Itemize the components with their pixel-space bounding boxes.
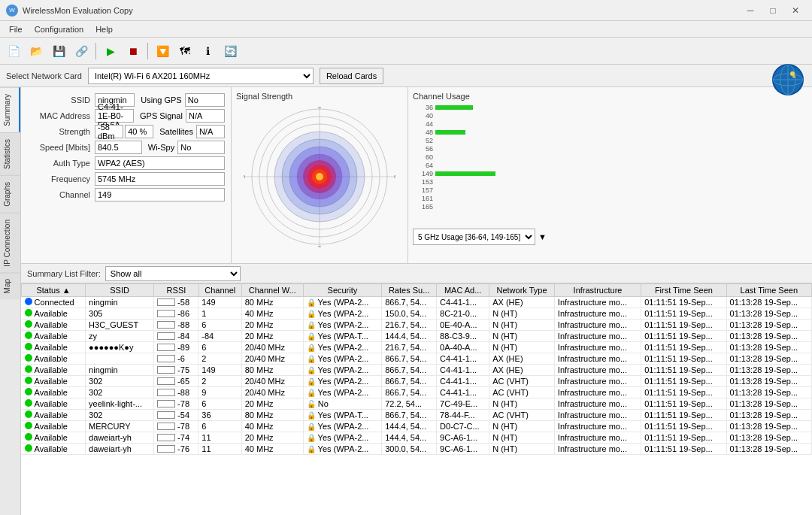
reload-cards-button[interactable]: Reload Cards <box>320 68 383 84</box>
table-row[interactable]: AvailableMERCURY-78640 MHz🔒 Yes (WPA-2..… <box>22 421 812 432</box>
cell-status: Available <box>22 421 86 432</box>
close-button[interactable]: ✕ <box>785 3 806 18</box>
channel-bar-row: 52 <box>413 137 807 144</box>
col-first-seen[interactable]: First Time Seen <box>641 284 726 297</box>
cell-rates: 866.7, 54... <box>382 353 437 365</box>
table-row[interactable]: AvailableH3C_GUEST-88620 MHz🔒 Yes (WPA-2… <box>22 320 812 331</box>
wispy-label: Wi-Spy <box>148 143 174 152</box>
status-dot <box>25 298 32 305</box>
cell-network-type: AX (HE) <box>489 365 555 376</box>
cell-first-seen: 01:11:51 19-Sep... <box>641 342 726 353</box>
sidebar-tab-map[interactable]: Map <box>0 272 20 299</box>
cell-ssid: ningmin <box>86 297 154 308</box>
cell-security: 🔒 Yes (WPA-2... <box>303 421 381 432</box>
col-network-type[interactable]: Network Type <box>489 284 555 297</box>
title-bar: W WirelessMon Evaluation Copy ─ □ ✕ <box>0 0 812 21</box>
cell-network-type: N (HT) <box>489 308 555 320</box>
table-row[interactable]: Available302-88920/40 MHz🔒 Yes (WPA-2...… <box>22 387 812 398</box>
table-row[interactable]: Availablezy-84-8420 MHz🔒 Yes (WPA-T...14… <box>22 331 812 342</box>
channel-bar-container <box>435 162 807 168</box>
filter-row: Summary List Filter: Show all <box>21 264 812 283</box>
cell-channel: 11 <box>198 432 241 444</box>
sidebar-tab-graphs[interactable]: Graphs <box>0 175 20 213</box>
channel-label: 165 <box>413 203 435 211</box>
cell-network-type: N (HT) <box>489 421 555 432</box>
col-ssid[interactable]: SSID <box>86 284 154 297</box>
cell-rssi: -75 <box>154 365 198 375</box>
cell-last-seen: 01:13:28 19-Sep... <box>726 320 811 331</box>
sidebar-tab-summary[interactable]: Summary <box>0 87 20 132</box>
info-panel: SSID ningmin Using GPS No MAC Address C4… <box>21 87 812 264</box>
channel-bar-row: 44 <box>413 120 807 128</box>
tb-info[interactable]: ℹ <box>197 41 218 62</box>
cell-rates: 300.0, 54... <box>382 444 437 455</box>
tb-play[interactable]: ▶ <box>100 41 121 62</box>
ssid-label: SSID <box>27 95 95 105</box>
col-channel[interactable]: Channel <box>198 284 241 297</box>
channel-range-dropdown[interactable]: 5 GHz Usage [36-64, 149-165] <box>413 229 535 245</box>
cell-security: 🔒 Yes (WPA-2... <box>303 353 381 365</box>
channel-usage-panel: Channel Usage 36404448525660641491531571… <box>408 87 812 263</box>
cell-channel: 149 <box>198 365 241 376</box>
table-row[interactable]: Available-6220/40 MHz🔒 Yes (WPA-2...866.… <box>22 353 812 365</box>
col-status[interactable]: Status ▲ <box>22 284 86 297</box>
channel-label: 40 <box>413 112 435 120</box>
cell-rates: 72.2, 54... <box>382 398 437 410</box>
channel-bar-container <box>435 179 807 185</box>
table-row[interactable]: Available302-543680 MHz🔒 Yes (WPA-T...86… <box>22 410 812 421</box>
cell-last-seen: 01:13:28 19-Sep... <box>726 387 811 398</box>
tb-save[interactable]: 💾 <box>48 41 69 62</box>
tb-link[interactable]: 🔗 <box>71 41 92 62</box>
cell-security: 🔒 Yes (WPA-2... <box>303 432 381 444</box>
menu-help[interactable]: Help <box>89 23 119 35</box>
table-row[interactable]: Available●●●●●●K●y-89620/40 MHz🔒 Yes (WP… <box>22 342 812 353</box>
table-row[interactable]: Available302-65220/40 MHz🔒 Yes (WPA-2...… <box>22 376 812 387</box>
auth-value: WPA2 (AES) <box>95 156 225 170</box>
col-mac[interactable]: MAC Ad... <box>437 284 489 297</box>
sidebar-tab-statistics[interactable]: Statistics <box>0 132 20 175</box>
table-row[interactable]: Availabledaweiart-yh-761140 MHz🔒 Yes (WP… <box>22 444 812 455</box>
table-row[interactable]: Availableyeelink-light-...-78620 MHz🔓 No… <box>22 398 812 410</box>
maximize-button[interactable]: □ <box>762 3 783 18</box>
filter-select[interactable]: Show all <box>105 266 241 281</box>
signal-title: Signal Strength <box>236 92 292 101</box>
col-security[interactable]: Security <box>303 284 381 297</box>
tb-refresh[interactable]: 🔄 <box>220 41 241 62</box>
tb-new[interactable]: 📄 <box>3 41 24 62</box>
toolbar: 📄 📂 💾 🔗 ▶ ⏹ 🔽 🗺 ℹ 🔄 <box>0 38 812 65</box>
cell-rssi: -65 <box>154 376 198 386</box>
cell-rates: 144.4, 54... <box>382 331 437 342</box>
cell-last-seen: 01:13:28 19-Sep... <box>726 365 811 376</box>
cell-mac: 88-C3-9... <box>437 331 489 342</box>
cell-first-seen: 01:11:51 19-Sep... <box>641 297 726 308</box>
network-table-container[interactable]: Status ▲ SSID RSSI Channel Channel W... … <box>21 283 812 515</box>
col-channel-w[interactable]: Channel W... <box>241 284 303 297</box>
minimize-button[interactable]: ─ <box>740 3 761 18</box>
tb-stop[interactable]: ⏹ <box>123 41 144 62</box>
table-row[interactable]: Connectedningmin-5814980 MHz🔒 Yes (WPA-2… <box>22 297 812 308</box>
cell-channel-width: 20 MHz <box>241 432 303 444</box>
table-row[interactable]: Availableningmin-7514980 MHz🔒 Yes (WPA-2… <box>22 365 812 376</box>
tb-map[interactable]: 🗺 <box>174 41 195 62</box>
tb-open[interactable]: 📂 <box>26 41 47 62</box>
toolbar-sep2 <box>147 43 148 59</box>
cell-rssi: -74 <box>154 432 198 443</box>
cell-mac: 7C-49-E... <box>437 398 489 410</box>
channel-bar-row: 153 <box>413 178 807 186</box>
card-select-dropdown[interactable]: Intel(R) Wi-Fi 6 AX201 160MHz <box>88 68 314 84</box>
tb-filter[interactable]: 🔽 <box>152 41 173 62</box>
sidebar-tab-ip[interactable]: IP Connection <box>0 213 20 273</box>
col-rates[interactable]: Rates Su... <box>382 284 437 297</box>
table-row[interactable]: Available305-86140 MHz🔒 Yes (WPA-2...150… <box>22 308 812 320</box>
channel-bar-row: 161 <box>413 195 807 202</box>
col-infrastructure[interactable]: Infrastructure <box>554 284 641 297</box>
cell-infrastructure: Infrastructure mo... <box>554 342 641 353</box>
menu-file[interactable]: File <box>3 23 29 35</box>
menu-configuration[interactable]: Configuration <box>29 23 89 35</box>
col-rssi[interactable]: RSSI <box>154 284 199 297</box>
cell-channel-width: 20 MHz <box>241 398 303 410</box>
col-last-seen[interactable]: Last Time Seen <box>726 284 811 297</box>
lock-icon: 🔒 <box>307 298 316 307</box>
status-dot <box>25 320 32 328</box>
table-row[interactable]: Availabledaweiart-yh-741120 MHz🔒 Yes (WP… <box>22 432 812 444</box>
